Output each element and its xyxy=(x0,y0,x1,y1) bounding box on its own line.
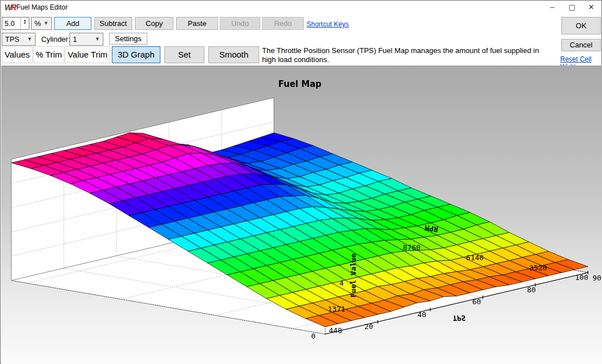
maximize-button[interactable]: ▢ xyxy=(562,1,582,14)
surface-plot-canvas[interactable] xyxy=(1,65,602,364)
set-button[interactable]: Set xyxy=(164,46,204,63)
cancel-button[interactable]: Cancel xyxy=(561,39,601,51)
cylinder-value: 1 xyxy=(73,35,77,43)
window-title: Fuel Maps Editor xyxy=(16,3,68,11)
value-tick-0: 0 xyxy=(311,332,316,340)
rpm-tick-900: 900 xyxy=(592,274,602,282)
fuel-value-axis-label: Fuel Value xyxy=(349,253,357,297)
copy-button[interactable]: Copy xyxy=(135,17,173,30)
tab-value-trim[interactable]: Value Trim xyxy=(65,46,110,63)
chevron-down-icon: ▼ xyxy=(95,33,100,45)
ok-button[interactable]: OK xyxy=(561,17,601,34)
chevron-down-icon: ▼ xyxy=(43,17,49,29)
tps-tick-40: 40 xyxy=(417,310,426,319)
rpm-tick-8760: 8760 xyxy=(403,243,420,252)
chevron-down-icon: ▼ xyxy=(27,33,32,45)
cylinder-label: Cylinder: xyxy=(41,35,70,43)
tps-axis-label: TPS xyxy=(452,314,466,322)
amount-value: 5.0 xyxy=(5,19,15,28)
settings-button[interactable]: Settings xyxy=(109,33,147,45)
close-button[interactable]: ✕ xyxy=(582,1,601,14)
map-type-value: TPS xyxy=(5,35,19,43)
tps-tick-60: 60 xyxy=(472,297,481,306)
add-button[interactable]: Add xyxy=(54,17,91,30)
tab-pct-trim[interactable]: % Trim xyxy=(33,46,64,63)
unit-value: % xyxy=(34,19,41,28)
unit-dropdown[interactable]: % ▼ xyxy=(31,17,52,30)
redo-button: Redo xyxy=(262,17,304,30)
3d-graph-button[interactable]: 3D Graph xyxy=(112,46,160,63)
tps-tick-20: 20 xyxy=(364,322,373,331)
rpm-tick-1371: 1371 xyxy=(328,305,345,313)
subtract-button[interactable]: Subtract xyxy=(94,17,132,30)
tps-tick-80: 80 xyxy=(527,286,536,294)
undo-button: Undo xyxy=(220,17,260,30)
rpm-tick-3520: 3520 xyxy=(529,264,547,272)
rpm-axis-label: RPM xyxy=(424,223,438,234)
spinner-arrows-icon[interactable]: ▲▼ xyxy=(20,17,29,29)
cylinder-dropdown[interactable]: 1 ▼ xyxy=(69,33,103,46)
value-tick-partial: 4 xyxy=(339,279,344,287)
fuel-map-3d-chart[interactable]: Fuel Map RPM TPS Fuel Value 8760 6140 35… xyxy=(1,65,602,364)
paste-button[interactable]: Paste xyxy=(176,17,218,30)
shortcut-keys-link[interactable]: Shortcut Keys xyxy=(307,20,349,28)
chart-title: Fuel Map xyxy=(278,79,322,89)
app-logo-icon: WR xyxy=(5,3,16,12)
minimize-button[interactable]: – xyxy=(543,1,562,14)
fuel-maps-editor-window: WR Fuel Maps Editor – ▢ ✕ 5.0 ▲▼ % ▼ Add… xyxy=(0,0,602,364)
rpm-tick-448: 448 xyxy=(329,326,342,335)
map-type-dropdown[interactable]: TPS ▼ xyxy=(2,33,36,46)
rpm-tick-6140: 6140 xyxy=(466,253,483,262)
tps-tick-100: 100 xyxy=(575,273,588,282)
smooth-button[interactable]: Smooth xyxy=(208,46,259,63)
map-description: The Throttle Position Sensor (TPS) Fuel … xyxy=(262,46,549,64)
tab-values[interactable]: Values xyxy=(2,46,33,63)
amount-spinner[interactable]: 5.0 ▲▼ xyxy=(2,17,29,30)
title-bar[interactable]: WR Fuel Maps Editor – ▢ ✕ xyxy=(1,1,601,15)
